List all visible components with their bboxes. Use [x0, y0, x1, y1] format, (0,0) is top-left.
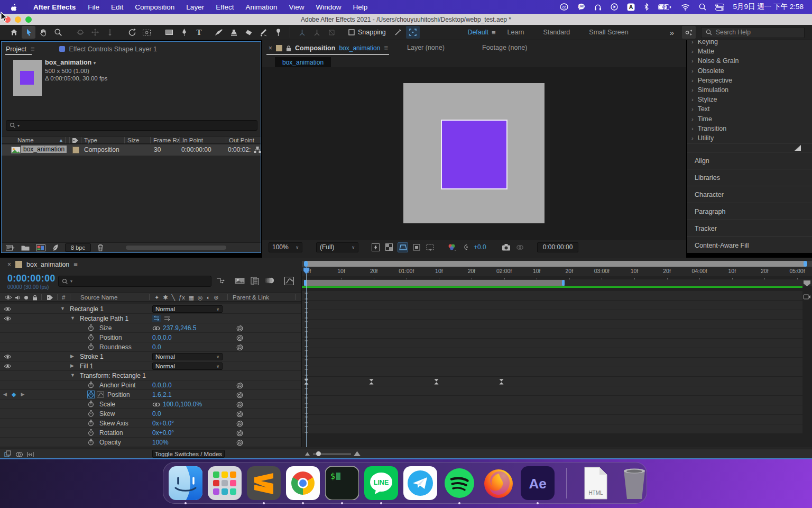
- property-value[interactable]: 0x+0.0°: [152, 420, 174, 427]
- graph-row-opacity[interactable]: [302, 424, 802, 434]
- graph-row-position[interactable]: [302, 377, 802, 386]
- value-text[interactable]: 0.0: [152, 343, 161, 351]
- menu-window[interactable]: Window: [310, 3, 347, 11]
- graph-row-skew-axis[interactable]: [302, 405, 802, 415]
- property-value[interactable]: 100.0,100.0%: [152, 401, 202, 408]
- graph-row-rectangle-path-1[interactable]: [302, 301, 802, 310]
- bpc-button[interactable]: 8 bpc: [65, 243, 91, 252]
- graph-row-roundness[interactable]: [302, 329, 802, 339]
- reset-exposure-icon[interactable]: [460, 242, 470, 252]
- stopwatch-icon[interactable]: [88, 420, 94, 427]
- menu-file[interactable]: File: [82, 3, 105, 11]
- close-timeline-tab-icon[interactable]: ×: [7, 261, 11, 268]
- value-text[interactable]: 0.0: [152, 410, 161, 418]
- graph-row-stroke-1[interactable]: [302, 339, 802, 348]
- pick-whip-icon[interactable]: [236, 420, 243, 427]
- 3d-switch-icon[interactable]: ⊛: [214, 294, 218, 301]
- pick-whip-icon[interactable]: [236, 325, 243, 332]
- twirl-down-icon[interactable]: ▼: [60, 306, 65, 311]
- dolly-camera-tool[interactable]: [103, 26, 117, 39]
- timeline-row-scale[interactable]: Scale100.0,100.0%: [0, 400, 301, 409]
- fast-preview-icon[interactable]: [370, 242, 381, 252]
- pick-whip-icon[interactable]: [236, 344, 243, 351]
- tab-effect-controls[interactable]: Effect Controls Shape Layer 1: [69, 46, 158, 53]
- lock-icon[interactable]: [286, 45, 291, 51]
- timeline-row-size[interactable]: Size237.9,246.5: [0, 323, 301, 333]
- rotation-tool[interactable]: [125, 26, 139, 39]
- solo-column-icon[interactable]: [24, 296, 28, 300]
- video-eye-icon[interactable]: [4, 316, 12, 321]
- timeline-row-transform-rectangle-1[interactable]: ▼Transform: Rectangle 1: [0, 371, 301, 380]
- tab-layer[interactable]: Layer (none): [407, 44, 445, 51]
- time-ruler[interactable]: 0f10f20f01:00f10f20f02:00f10f20f03:00f10…: [302, 267, 812, 276]
- graph-row-size[interactable]: [302, 310, 802, 320]
- headphones-icon[interactable]: [594, 4, 602, 11]
- stopwatch-icon[interactable]: [88, 410, 94, 417]
- graph-row-scale[interactable]: [302, 386, 802, 396]
- dock-app-terminal[interactable]: $: [325, 466, 359, 500]
- workspace-overflow-chevron[interactable]: »: [670, 28, 674, 37]
- row-name[interactable]: box_animation: [21, 146, 67, 153]
- stopwatch-icon[interactable]: [88, 439, 94, 446]
- column-header-size[interactable]: Size: [127, 137, 139, 143]
- value-text[interactable]: 0x+0.0°: [152, 429, 174, 437]
- timeline-row-stroke-1[interactable]: ▶Stroke 1Normal∨: [0, 352, 301, 361]
- value-text[interactable]: 0.0,0.0: [152, 382, 172, 389]
- type-tool[interactable]: T: [192, 26, 206, 39]
- panel-tab-align[interactable]: Align: [687, 152, 812, 169]
- graph-editor-icon[interactable]: [284, 277, 294, 285]
- path-direction-icons[interactable]: [152, 315, 172, 322]
- twirl-down-icon[interactable]: ▼: [70, 315, 75, 321]
- clone-stamp-tool[interactable]: [227, 26, 241, 39]
- battery-charging-icon[interactable]: [658, 4, 672, 11]
- horizontal-scrollbar[interactable]: [126, 246, 226, 250]
- keyframe-icon[interactable]: [499, 379, 504, 385]
- play-icon[interactable]: [611, 3, 618, 11]
- wifi-icon[interactable]: [681, 4, 690, 11]
- comp-panel-menu-icon[interactable]: ≡: [384, 44, 388, 52]
- dock-item-trash[interactable]: [617, 466, 651, 500]
- menu-app-name[interactable]: After Effects: [27, 3, 82, 11]
- effects-category-keying[interactable]: ›Keying: [687, 40, 812, 47]
- dock-app-after-effects[interactable]: Ae: [521, 466, 555, 500]
- transparency-grid-icon[interactable]: [384, 242, 394, 252]
- panel-tab-paragraph[interactable]: Paragraph: [687, 203, 812, 220]
- trash-icon[interactable]: [97, 244, 104, 251]
- close-comp-tab-icon[interactable]: ×: [269, 44, 272, 52]
- twirl-right-icon[interactable]: ▶: [70, 353, 74, 359]
- snap-bounds-icon[interactable]: [406, 26, 420, 39]
- audio-column-icon[interactable]: [15, 295, 21, 301]
- graph-row-fill-1[interactable]: [302, 348, 802, 358]
- effects-category-simulation[interactable]: ›Simulation: [687, 85, 812, 95]
- camera-tool[interactable]: [140, 26, 154, 39]
- property-value[interactable]: 237.9,246.5: [152, 324, 196, 332]
- spotlight-search-icon[interactable]: [699, 3, 706, 11]
- search-help-input[interactable]: Search Help: [701, 27, 805, 38]
- video-column-eye-icon[interactable]: [4, 295, 12, 300]
- value-text[interactable]: 0x+0.0°: [152, 420, 174, 427]
- lock-column-icon[interactable]: [32, 295, 38, 301]
- dock-app-finder[interactable]: [169, 466, 202, 500]
- snap-feature-icon[interactable]: [391, 26, 405, 39]
- timeline-row-opacity[interactable]: Opacity100%: [0, 438, 301, 447]
- graph-row-skew[interactable]: [302, 396, 802, 405]
- timeline-row-fill-1[interactable]: ▶Fill 1Normal∨: [0, 361, 301, 371]
- property-value[interactable]: 0.0: [152, 343, 161, 351]
- graph-row-rotation[interactable]: [302, 415, 802, 424]
- keyframe-icon[interactable]: [434, 379, 439, 385]
- link-dimensions-icon[interactable]: [152, 402, 160, 407]
- dock-app-google-chrome[interactable]: [286, 466, 320, 500]
- timeline-row-position[interactable]: Position0.0,0.0: [0, 333, 301, 342]
- orbit-camera-tool[interactable]: [73, 26, 87, 39]
- pen-tool[interactable]: [177, 26, 191, 39]
- timeline-row-skew[interactable]: Skew0.0: [0, 409, 301, 419]
- prev-keyframe-arrow[interactable]: ◀: [3, 392, 7, 398]
- blend-mode-dropdown[interactable]: Normal∨: [152, 362, 223, 370]
- roto-brush-tool[interactable]: [256, 26, 270, 39]
- twirl-right-icon[interactable]: ▶: [70, 363, 74, 368]
- navigator-end-handle[interactable]: [804, 261, 807, 267]
- graph-row-position[interactable]: [302, 320, 802, 329]
- pick-whip-icon[interactable]: [236, 334, 243, 341]
- timeline-navigator[interactable]: [302, 261, 812, 267]
- tab-composition[interactable]: Composition: [295, 44, 335, 52]
